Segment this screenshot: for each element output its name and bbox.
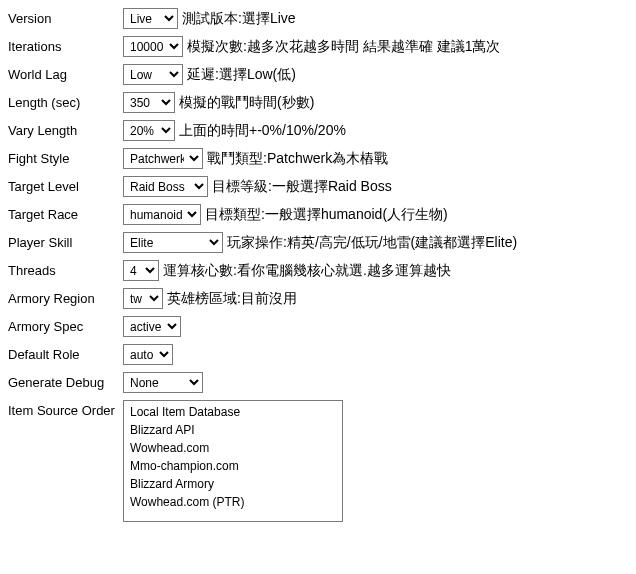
setting-description: 模擬的戰鬥時間(秒數) xyxy=(179,92,314,112)
list-item[interactable]: Mmo-champion.com xyxy=(126,457,340,475)
list-item[interactable]: Wowhead.com xyxy=(126,439,340,457)
setting-label: Iterations xyxy=(8,36,123,54)
setting-select[interactable]: active xyxy=(123,316,181,337)
setting-description: 目標等級:一般選擇Raid Boss xyxy=(212,176,392,196)
setting-label: World Lag xyxy=(8,64,123,82)
setting-select[interactable]: 10000 xyxy=(123,36,183,57)
setting-row: VersionLive測試版本:選擇Live xyxy=(8,8,628,30)
setting-row: Target LevelRaid Boss目標等級:一般選擇Raid Boss xyxy=(8,176,628,198)
item-source-order-label: Item Source Order xyxy=(8,400,123,418)
setting-label: Default Role xyxy=(8,344,123,362)
setting-row: Iterations10000模擬次數:越多次花越多時間 結果越準確 建議1萬次 xyxy=(8,36,628,58)
setting-select[interactable]: Live xyxy=(123,8,178,29)
setting-row: Length (sec)350模擬的戰鬥時間(秒數) xyxy=(8,92,628,114)
setting-description: 戰鬥類型:Patchwerk為木樁戰 xyxy=(207,148,388,168)
setting-description: 玩家操作:精英/高完/低玩/地雷(建議都選擇Elite) xyxy=(227,232,517,252)
setting-select[interactable]: 4 xyxy=(123,260,159,281)
setting-label: Armory Region xyxy=(8,288,123,306)
setting-label: Version xyxy=(8,8,123,26)
setting-label: Generate Debug xyxy=(8,372,123,390)
setting-select[interactable]: Elite xyxy=(123,232,223,253)
item-source-order-row: Item Source Order Local Item Database Bl… xyxy=(8,400,628,522)
setting-select[interactable]: humanoid xyxy=(123,204,201,225)
setting-description: 運算核心數:看你電腦幾核心就選.越多運算越快 xyxy=(163,260,451,280)
setting-description: 延遲:選擇Low(低) xyxy=(187,64,296,84)
setting-select[interactable]: auto xyxy=(123,344,173,365)
setting-select[interactable]: None xyxy=(123,372,203,393)
setting-description: 模擬次數:越多次花越多時間 結果越準確 建議1萬次 xyxy=(187,36,500,56)
list-item[interactable]: Blizzard API xyxy=(126,421,340,439)
setting-row: Threads4運算核心數:看你電腦幾核心就選.越多運算越快 xyxy=(8,260,628,282)
setting-select[interactable]: 350 xyxy=(123,92,175,113)
setting-label: Player Skill xyxy=(8,232,123,250)
list-item[interactable]: Blizzard Armory xyxy=(126,475,340,493)
setting-row: Generate DebugNone xyxy=(8,372,628,394)
setting-description: 上面的時間+-0%/10%/20% xyxy=(179,120,346,140)
setting-label: Target Race xyxy=(8,204,123,222)
setting-select[interactable]: Low xyxy=(123,64,183,85)
list-item[interactable]: Local Item Database xyxy=(126,403,340,421)
setting-label: Armory Spec xyxy=(8,316,123,334)
setting-row: Vary Length20%上面的時間+-0%/10%/20% xyxy=(8,120,628,142)
setting-label: Fight Style xyxy=(8,148,123,166)
setting-select[interactable]: Raid Boss xyxy=(123,176,208,197)
setting-description: 目標類型:一般選擇humanoid(人行生物) xyxy=(205,204,448,224)
setting-label: Threads xyxy=(8,260,123,278)
setting-select[interactable]: Patchwerk xyxy=(123,148,203,169)
setting-select[interactable]: 20% xyxy=(123,120,175,141)
list-item[interactable]: Wowhead.com (PTR) xyxy=(126,493,340,511)
setting-row: Armory Specactive xyxy=(8,316,628,338)
setting-row: Target Racehumanoid目標類型:一般選擇humanoid(人行生… xyxy=(8,204,628,226)
setting-row: Default Roleauto xyxy=(8,344,628,366)
setting-select[interactable]: tw xyxy=(123,288,163,309)
setting-label: Length (sec) xyxy=(8,92,123,110)
item-source-order-listbox[interactable]: Local Item Database Blizzard API Wowhead… xyxy=(123,400,343,522)
setting-label: Target Level xyxy=(8,176,123,194)
setting-row: Player SkillElite玩家操作:精英/高完/低玩/地雷(建議都選擇E… xyxy=(8,232,628,254)
setting-row: World LagLow延遲:選擇Low(低) xyxy=(8,64,628,86)
setting-description: 英雄榜區域:目前沒用 xyxy=(167,288,297,308)
setting-row: Armory Regiontw英雄榜區域:目前沒用 xyxy=(8,288,628,310)
setting-row: Fight StylePatchwerk戰鬥類型:Patchwerk為木樁戰 xyxy=(8,148,628,170)
setting-label: Vary Length xyxy=(8,120,123,138)
setting-description: 測試版本:選擇Live xyxy=(182,8,296,28)
